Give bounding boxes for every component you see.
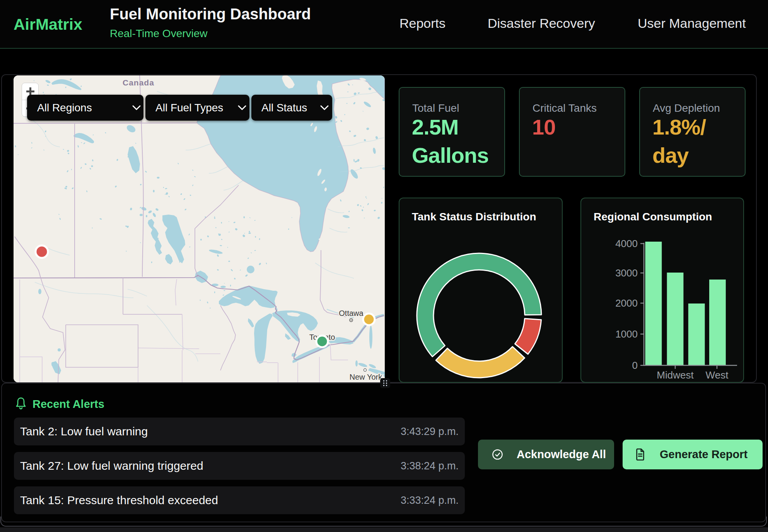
- svg-text:Canada: Canada: [123, 78, 154, 87]
- svg-text:2000: 2000: [615, 297, 638, 309]
- svg-text:Ottawa: Ottawa: [339, 309, 364, 317]
- svg-text:1000: 1000: [615, 328, 638, 340]
- svg-text:Midwest: Midwest: [657, 369, 694, 381]
- svg-text:0: 0: [632, 360, 638, 371]
- svg-text:3000: 3000: [615, 267, 638, 279]
- svg-text:West: West: [706, 369, 729, 381]
- svg-text:New York: New York: [350, 373, 382, 381]
- svg-text:4000: 4000: [615, 238, 638, 249]
